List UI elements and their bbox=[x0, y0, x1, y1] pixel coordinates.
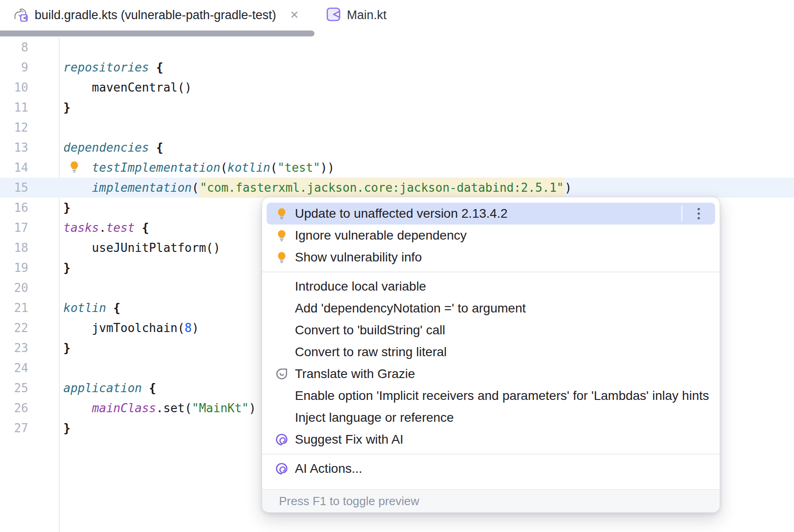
menu-item-label: Enable option 'Implicit receivers and pa… bbox=[295, 389, 709, 403]
menu-item-label: Translate with Grazie bbox=[295, 367, 415, 381]
code-line[interactable]: 12 bbox=[0, 118, 794, 138]
code-line[interactable]: 10 mavenCentral() bbox=[0, 77, 794, 97]
code-text: } bbox=[28, 261, 71, 275]
code-token: application bbox=[63, 381, 142, 395]
line-number: 24 bbox=[0, 361, 28, 375]
close-tab-icon[interactable]: ✕ bbox=[290, 10, 299, 20]
code-line[interactable]: 9repositories { bbox=[0, 57, 794, 77]
code-text: mainClass.set("MainKt") bbox=[28, 401, 256, 415]
code-line[interactable]: 8 bbox=[0, 37, 794, 57]
line-number: 25 bbox=[0, 381, 28, 395]
menu-item[interactable]: Inject language or reference bbox=[267, 407, 715, 429]
menu-separator bbox=[262, 271, 720, 272]
code-text: jvmToolchain(8) bbox=[28, 321, 199, 335]
code-token: ) bbox=[192, 321, 199, 335]
line-number: 10 bbox=[0, 81, 28, 94]
code-token: implementation bbox=[92, 181, 192, 194]
code-line[interactable]: 11} bbox=[0, 97, 794, 118]
code-token: ( bbox=[192, 181, 199, 194]
code-text: } bbox=[28, 341, 71, 355]
code-token: { bbox=[156, 61, 164, 74]
ide-window: build.gradle.kts (vulnerable-path-gradle… bbox=[0, 0, 794, 532]
code-text: } bbox=[28, 421, 71, 435]
code-text: application { bbox=[28, 381, 156, 395]
code-token: useJUnitPlatform() bbox=[63, 241, 220, 255]
code-token: ) bbox=[565, 181, 572, 194]
code-token: dependencies bbox=[63, 141, 149, 154]
code-token bbox=[106, 301, 113, 315]
code-token: "com.fasterxml.jackson.core:jackson-data… bbox=[199, 178, 564, 198]
active-tab-indicator bbox=[0, 31, 315, 36]
code-line[interactable]: 15 implementation("com.fasterxml.jackson… bbox=[0, 178, 794, 198]
intention-bulb-icon[interactable] bbox=[67, 160, 83, 175]
line-number: 23 bbox=[0, 341, 28, 355]
line-number: 16 bbox=[0, 201, 28, 215]
bulb-icon bbox=[275, 229, 289, 242]
code-line[interactable]: 14 testImplementation(kotlin("test")) bbox=[0, 158, 794, 178]
menu-item[interactable]: Introduce local variable bbox=[267, 276, 715, 297]
tab-main-kt[interactable]: Main.kt bbox=[326, 0, 387, 30]
line-number: 22 bbox=[0, 321, 28, 335]
tab-label: Main.kt bbox=[347, 8, 387, 22]
menu-item-label: Suggest Fix with AI bbox=[295, 432, 403, 447]
menu-item[interactable]: Suggest Fix with AI bbox=[267, 429, 715, 450]
code-token: } bbox=[63, 421, 71, 435]
menu-item[interactable]: Convert to 'buildString' call bbox=[267, 319, 715, 341]
menu-item[interactable]: Show vulnerability info bbox=[267, 246, 715, 268]
footer-hint-text: Press F1 to toggle preview bbox=[279, 494, 419, 508]
gradle-kotlin-icon bbox=[12, 6, 28, 24]
code-token bbox=[142, 381, 149, 395]
menu-item-label: AI Actions... bbox=[295, 461, 362, 476]
code-token bbox=[63, 181, 92, 194]
tab-build-gradle-kts[interactable]: build.gradle.kts (vulnerable-path-gradle… bbox=[12, 0, 299, 30]
code-token: .set( bbox=[156, 401, 192, 415]
grazie-icon bbox=[275, 367, 289, 381]
code-token: testImplementation bbox=[92, 161, 221, 174]
menu-item-label: Inject language or reference bbox=[295, 410, 454, 425]
code-text: useJUnitPlatform() bbox=[28, 241, 220, 255]
tab-label: build.gradle.kts (vulnerable-path-gradle… bbox=[35, 8, 276, 22]
menu-item-label: Convert to raw string literal bbox=[295, 345, 447, 359]
menu-item[interactable]: Add 'dependencyNotation =' to argument bbox=[267, 297, 715, 319]
line-number: 20 bbox=[0, 281, 28, 295]
code-token: jvmToolchain( bbox=[63, 321, 185, 335]
menu-item-label: Introduce local variable bbox=[295, 279, 426, 294]
kebab-icon[interactable] bbox=[681, 206, 715, 221]
editor-tab-bar: build.gradle.kts (vulnerable-path-gradle… bbox=[0, 0, 794, 37]
code-token: kotlin bbox=[63, 301, 106, 315]
menu-item[interactable]: Update to unaffected version 2.13.4.2 bbox=[267, 203, 715, 225]
code-token: mavenCentral() bbox=[63, 81, 192, 94]
code-token: test bbox=[106, 221, 135, 235]
menu-item[interactable]: Enable option 'Implicit receivers and pa… bbox=[267, 385, 715, 407]
code-token: ( bbox=[270, 161, 278, 174]
menu-item-label: Add 'dependencyNotation =' to argument bbox=[295, 301, 526, 316]
icon-spacer bbox=[275, 411, 289, 425]
line-number: 14 bbox=[0, 161, 28, 174]
line-number: 21 bbox=[0, 301, 28, 315]
menu-item[interactable]: Ignore vulnerable dependency bbox=[267, 225, 715, 246]
code-token bbox=[63, 401, 92, 415]
menu-item[interactable]: Translate with Grazie bbox=[267, 363, 715, 385]
code-text: } bbox=[28, 201, 71, 215]
icon-spacer bbox=[275, 389, 289, 403]
code-token: } bbox=[63, 341, 71, 355]
code-text: repositories { bbox=[28, 61, 163, 74]
icon-spacer bbox=[275, 302, 289, 315]
line-number: 13 bbox=[0, 141, 28, 154]
code-text: kotlin { bbox=[28, 301, 120, 315]
ai-icon bbox=[275, 433, 289, 446]
code-line[interactable]: 13dependencies { bbox=[0, 138, 794, 158]
line-number: 27 bbox=[0, 421, 28, 435]
code-token: kotlin bbox=[227, 161, 270, 174]
line-number: 19 bbox=[0, 261, 28, 275]
line-number: 9 bbox=[0, 61, 28, 74]
menu-separator bbox=[262, 454, 720, 455]
line-number: 12 bbox=[0, 121, 28, 134]
code-token: ) bbox=[249, 401, 256, 415]
line-number: 11 bbox=[0, 101, 28, 114]
menu-item[interactable]: AI Actions... bbox=[267, 458, 715, 480]
menu-item[interactable]: Convert to raw string literal bbox=[267, 341, 715, 363]
code-text: } bbox=[28, 101, 71, 114]
popup-footer: Press F1 to toggle preview bbox=[262, 489, 720, 512]
line-number: 26 bbox=[0, 401, 28, 415]
